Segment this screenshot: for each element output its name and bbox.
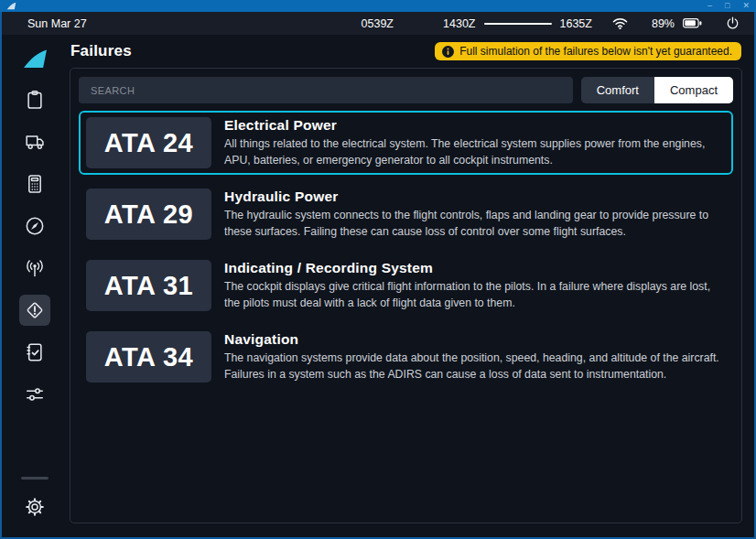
failure-item-ata31[interactable]: ATA 31 Indicating / Recording System The… (79, 253, 733, 318)
app-icon (6, 2, 16, 10)
calculator-icon (25, 174, 45, 194)
failure-item-ata29[interactable]: ATA 29 Hydraulic Power The hydraulic sys… (79, 182, 733, 246)
failure-title: Hydraulic Power (224, 189, 726, 205)
view-mode-toggle: Comfort Compact (581, 77, 733, 103)
sidebar-item-presets[interactable] (19, 379, 50, 410)
schedule-end-time: 1635Z (560, 17, 592, 30)
page-title: Failures (70, 42, 132, 60)
battery-percent: 89% (652, 17, 675, 30)
failures-page: Failures Full simulation of the failures… (68, 35, 754, 537)
failure-description: The hydraulic system connects to the fli… (224, 208, 726, 240)
maximize-button[interactable]: □ (725, 0, 729, 12)
info-icon (442, 46, 454, 58)
view-mode-compact-button[interactable]: Compact (654, 77, 733, 103)
warning-text: Full simulation of the failures below is… (459, 45, 732, 58)
schedule-progress-bar (484, 23, 552, 25)
failure-description: The navigation systems provide data abou… (224, 350, 726, 383)
sidebar-divider (21, 477, 49, 480)
broadcast-icon (25, 258, 45, 278)
app-window: – □ ✕ Sun Mar 27 0539Z 1430Z 1635Z (0, 0, 756, 539)
failure-description: All things related to the electrical sys… (224, 136, 726, 168)
failure-item-ata34[interactable]: ATA 34 Navigation The navigation systems… (79, 325, 733, 389)
failure-title: Navigation (224, 331, 726, 348)
compass-icon (25, 216, 45, 236)
status-date: Sun Mar 27 (27, 17, 87, 30)
sliders-icon (25, 384, 45, 404)
close-button[interactable]: ✕ (742, 0, 750, 12)
failures-panel: Comfort Compact ATA 24 Electrical Power … (70, 68, 742, 523)
view-mode-comfort-button[interactable]: Comfort (581, 77, 654, 103)
search-input[interactable] (79, 77, 573, 103)
schedule-start-time: 1430Z (443, 17, 475, 30)
ata-badge: ATA 34 (86, 331, 211, 383)
clipboard-icon (25, 90, 45, 110)
battery-icon (683, 18, 702, 28)
exclamation-diamond-icon (25, 300, 45, 320)
sidebar-item-checklists[interactable] (19, 337, 50, 368)
failure-item-ata24[interactable]: ATA 24 Electrical Power All things relat… (79, 111, 733, 175)
sidebar-item-dashboard[interactable] (19, 84, 50, 115)
failure-title: Indicating / Recording System (224, 260, 726, 276)
ata-badge: ATA 29 (86, 189, 211, 240)
os-titlebar: – □ ✕ (0, 0, 756, 12)
sidebar-item-failures[interactable] (19, 295, 50, 326)
gear-icon (25, 497, 45, 517)
sidebar-item-ground[interactable] (19, 126, 50, 157)
sidebar-item-settings[interactable] (19, 491, 50, 523)
brand-logo-icon (22, 49, 49, 70)
sidebar (2, 35, 68, 537)
failure-title: Electrical Power (224, 117, 726, 134)
power-button[interactable] (726, 16, 740, 30)
journal-check-icon (25, 342, 45, 362)
failure-list: ATA 24 Electrical Power All things relat… (79, 111, 733, 389)
ata-badge: ATA 31 (86, 260, 211, 311)
ata-badge: ATA 24 (86, 117, 211, 168)
truck-icon (25, 132, 45, 152)
wifi-icon (612, 17, 628, 29)
warning-banner: Full simulation of the failures below is… (435, 42, 741, 60)
failure-description: The cockpit displays give critical fligh… (224, 279, 726, 311)
sidebar-item-navigation[interactable] (19, 210, 50, 242)
status-bar: Sun Mar 27 0539Z 1430Z 1635Z 89% (2, 12, 754, 35)
status-current-time: 0539Z (362, 17, 394, 30)
sidebar-item-atc[interactable] (19, 253, 50, 284)
sidebar-item-performance[interactable] (19, 168, 50, 199)
minimize-button[interactable]: – (707, 0, 712, 12)
